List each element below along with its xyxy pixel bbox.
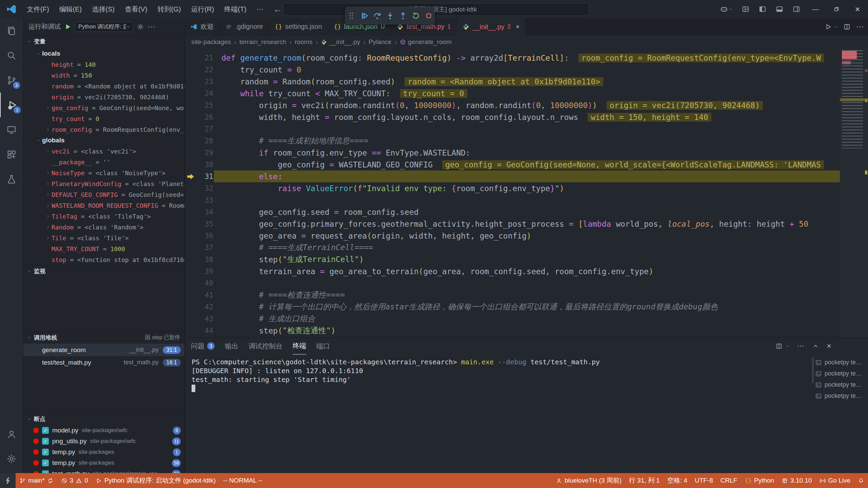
activity-extensions[interactable]	[0, 142, 23, 167]
breadcrumb[interactable]: site-packages›terrain_research›rooms›__i…	[185, 35, 868, 49]
code-line[interactable]: 24 while try_count < MAX_TRY_COUNT:try_c…	[185, 87, 840, 99]
code-line[interactable]: 40	[185, 277, 840, 289]
terminal-list-scrollbar[interactable]	[812, 357, 814, 383]
breadcrumb-item-__init__.py[interactable]: __init__.py	[321, 38, 360, 46]
status-python-interpreter[interactable]: 3.10.10	[778, 473, 815, 488]
status-eol[interactable]: CRLF	[717, 473, 741, 488]
code-line[interactable]: 21def generate_room(room_config: RoomReq…	[185, 52, 840, 64]
maximize-panel-button[interactable]	[812, 343, 819, 350]
code-line[interactable]: 32 raise ValueError(f"Invalid env type: …	[185, 182, 840, 194]
debug-settings-gear-icon[interactable]	[137, 23, 144, 30]
status-vim-mode[interactable]: -- NORMAL --	[219, 473, 266, 488]
variable-row-PlanetaryWindConfig[interactable]: PlanetaryWindConfig = <class 'Planeta…	[23, 178, 185, 189]
minimize-button[interactable]: —	[805, 0, 826, 18]
menu-文件[interactable]: 文件(F)	[22, 0, 54, 18]
activity-settings-gear[interactable]	[0, 446, 23, 471]
callstack-frame-test/test_math.py[interactable]: test/test_math.pytest_math.py16:1	[23, 356, 185, 369]
run-dropdown-icon[interactable]	[833, 25, 838, 29]
toggle-primary-sidebar-button[interactable]	[754, 0, 771, 18]
code-line[interactable]: 27	[185, 123, 840, 135]
code-line[interactable]: 23 random = Random(room_config.seed)rand…	[185, 76, 840, 87]
close-button[interactable]: ×	[847, 0, 868, 18]
variable-row-origin[interactable]: origin = vec2i(7205730, 9024468)	[23, 92, 185, 102]
activity-files[interactable]	[0, 18, 23, 43]
code-line[interactable]: 35 geo_config.primary_forces.geothermal_…	[185, 218, 840, 230]
code-line[interactable]: 25 origin = vec2i(random.randint(0, 1000…	[185, 99, 840, 111]
code-line[interactable]: 29 if room_config.env_type == EnvType.WA…	[185, 147, 840, 159]
code-line[interactable]: 34 geo_config.seed = room_config.seed	[185, 206, 840, 218]
variable-row-height[interactable]: height = 140	[23, 59, 185, 70]
watch-section-header[interactable]: 监视	[23, 265, 185, 277]
variable-row-width[interactable]: width = 150	[23, 70, 185, 81]
step-into-button[interactable]	[384, 9, 396, 22]
status-indentation[interactable]: 空格: 4	[664, 473, 691, 488]
variable-row-NoiseType[interactable]: NoiseType = <class 'NoiseType'>	[23, 167, 185, 178]
terminal-instance[interactable]: pocketpy te…	[815, 368, 867, 379]
breadcrumb-item-site-packages[interactable]: site-packages	[191, 38, 231, 46]
menu-选择[interactable]: 选择(S)	[87, 0, 120, 18]
status-problems[interactable]: 30	[57, 473, 92, 488]
code-editor[interactable]: 2021def generate_room(room_config: RoomR…	[185, 49, 868, 338]
command-center-search[interactable]: [扩展开发宿主] godot-ldtk	[283, 3, 589, 16]
terminal-instance[interactable]: pocketpy te…	[815, 379, 867, 390]
variable-row-TileTag[interactable]: TileTag = <class 'TileTag'>	[23, 211, 185, 222]
panel-tab-输出[interactable]: 输出	[225, 338, 238, 354]
breakpoint-checkbox[interactable]: ✓	[42, 470, 49, 473]
variable-row-try_count[interactable]: try_count = 0	[23, 113, 185, 124]
restart-button[interactable]	[410, 9, 421, 22]
variable-row-MAX_TRY_COUNT[interactable]: MAX_TRY_COUNT = 1000	[23, 243, 185, 254]
code-line[interactable]: 22 try_count = 0	[185, 64, 840, 76]
tab-settings.json[interactable]: {}settings.json	[269, 18, 328, 35]
activity-debug[interactable]: 1	[0, 93, 24, 117]
terminal-instance[interactable]: pocketpy te…	[815, 390, 867, 402]
variable-row-geo_config[interactable]: geo_config = GeoConfig(seed=None, wor…	[23, 102, 185, 113]
breakpoints-section-header[interactable]: 断点	[23, 413, 185, 425]
variable-row-Random[interactable]: Random = <class 'Random'>	[23, 222, 185, 232]
tab-.gdignore[interactable]: .gdignore	[220, 18, 269, 35]
code-line[interactable]: 44 step("检查连通性")	[185, 325, 840, 337]
menu-编辑[interactable]: 编辑(E)	[54, 0, 87, 18]
activity-remote-explorer[interactable]	[0, 117, 23, 142]
variable-row-WASTELAND_ROOM_REQUEST_CONFIG[interactable]: WASTELAND_ROOM_REQUEST_CONFIG = RoomR…	[23, 200, 185, 211]
copilot-icon[interactable]	[715, 0, 737, 18]
terminal-instance[interactable]: pocketpy te…	[815, 357, 867, 368]
menu-⋯[interactable]: ⋯	[252, 0, 269, 18]
variable-row-__package__[interactable]: __package__ = ''	[23, 157, 185, 167]
status-language-mode[interactable]: {}Python	[741, 473, 778, 488]
breakpoint-checkbox[interactable]: ✓	[42, 449, 49, 455]
status-encoding[interactable]: UTF-8	[691, 473, 717, 488]
panel-more-actions-icon[interactable]: ⋯	[797, 342, 805, 350]
debug-configuration-select[interactable]: Python 调试程序: 启:	[75, 22, 133, 32]
code-line[interactable]: 36 geo_area = request_area(origin, width…	[185, 230, 840, 242]
code-line[interactable]: 39 terrain_area = geo_area_to_terrain(ge…	[185, 265, 840, 277]
code-line[interactable]: 33	[185, 194, 840, 206]
breakpoint-row-test_math.py[interactable]: ✓test_math.pysite-packages\terrain_res…1…	[23, 468, 185, 473]
activity-account[interactable]	[0, 422, 23, 446]
status-cursor-position[interactable]: 行 31, 列 1	[625, 473, 664, 488]
status-git-author[interactable]: blueloveTH (3 周前)	[552, 473, 625, 488]
breakpoint-row-temp.py[interactable]: ✓temp.pysite-packages58	[23, 458, 185, 468]
code-line[interactable]: 20	[185, 49, 840, 52]
code-line[interactable]: 37 # ====生成TerrainCell====	[185, 242, 840, 253]
step-over-button[interactable]	[371, 9, 383, 22]
breakpoint-checkbox[interactable]: ✓	[42, 460, 49, 466]
panel-tab-端口[interactable]: 端口	[316, 338, 330, 354]
status-go-live[interactable]: Go Live	[816, 473, 854, 488]
breadcrumb-item-rooms[interactable]: rooms	[295, 38, 313, 46]
code-line[interactable]: 31 else:	[185, 170, 840, 182]
minimap[interactable]	[840, 49, 868, 338]
activity-search[interactable]	[0, 43, 23, 68]
variables-section-header[interactable]: 变量	[23, 35, 185, 47]
breadcrumb-item-generate_room[interactable]: generate_room	[400, 38, 452, 46]
breadcrumb-item-Pylance[interactable]: Pylance	[369, 38, 392, 46]
panel-tab-终端[interactable]: 终端	[293, 338, 306, 354]
breadcrumb-item-terrain_research[interactable]: terrain_research	[239, 38, 286, 46]
callstack-frame-generate_room[interactable]: generate_room__init__.py31:1	[23, 344, 185, 356]
run-python-file-button[interactable]	[825, 23, 832, 30]
variable-row-Tile[interactable]: Tile = <class 'Tile'>	[23, 232, 185, 243]
menu-终端[interactable]: 终端(T)	[219, 0, 252, 18]
breakpoint-row-png_utils.py[interactable]: ✓png_utils.pysite-packages\wfc11	[23, 436, 185, 447]
variable-row-DEFAULT_GEO_CONFIG[interactable]: DEFAULT_GEO_CONFIG = GeoConfig(seed=1…	[23, 189, 185, 200]
variables-scope-globals[interactable]: globals	[23, 135, 185, 146]
code-line[interactable]: 43 # 生成出口组合	[185, 313, 840, 325]
